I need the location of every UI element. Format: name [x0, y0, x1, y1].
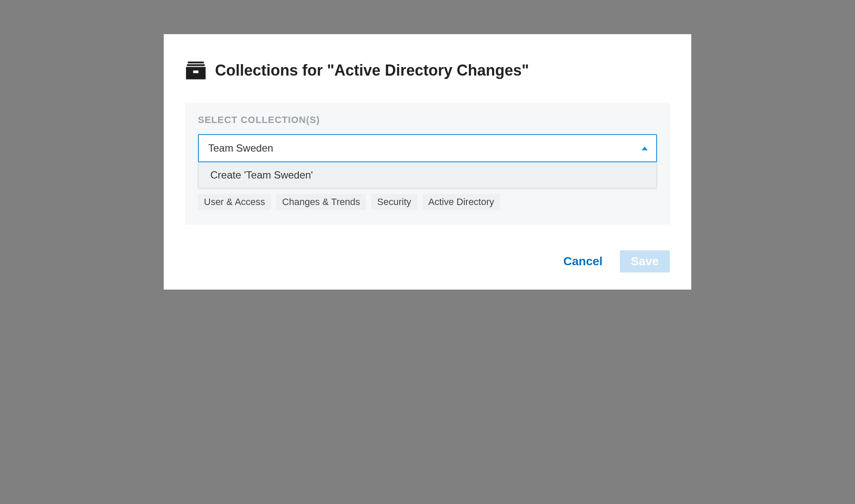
select-collections-panel: SELECT COLLECTION(S) Create 'Team Sweden… [185, 103, 670, 225]
select-collections-label: SELECT COLLECTION(S) [198, 114, 657, 126]
tag-changes-trends[interactable]: Changes & Trends [276, 194, 366, 210]
collections-input[interactable] [207, 142, 642, 155]
save-button[interactable]: Save [620, 250, 670, 273]
collections-combobox-wrapper: Create 'Team Sweden' [198, 134, 657, 162]
tag-user-access[interactable]: User & Access [198, 194, 271, 210]
svg-rect-0 [188, 62, 204, 63]
suggested-tags: User & Access Changes & Trends Security … [198, 194, 657, 210]
archive-box-icon [185, 60, 206, 81]
dialog-title: Collections for "Active Directory Change… [215, 61, 529, 79]
dialog-footer: Cancel Save [185, 250, 670, 273]
tag-security[interactable]: Security [371, 194, 417, 210]
create-collection-option[interactable]: Create 'Team Sweden' [198, 162, 657, 188]
cancel-button[interactable]: Cancel [558, 250, 608, 273]
collections-dropdown: Create 'Team Sweden' [198, 162, 657, 188]
caret-up-icon[interactable] [642, 147, 648, 150]
dialog-header: Collections for "Active Directory Change… [185, 60, 670, 81]
collections-combobox[interactable] [198, 134, 657, 162]
tag-active-directory[interactable]: Active Directory [422, 194, 500, 210]
svg-rect-1 [187, 64, 205, 66]
collections-dialog: Collections for "Active Directory Change… [164, 34, 691, 290]
